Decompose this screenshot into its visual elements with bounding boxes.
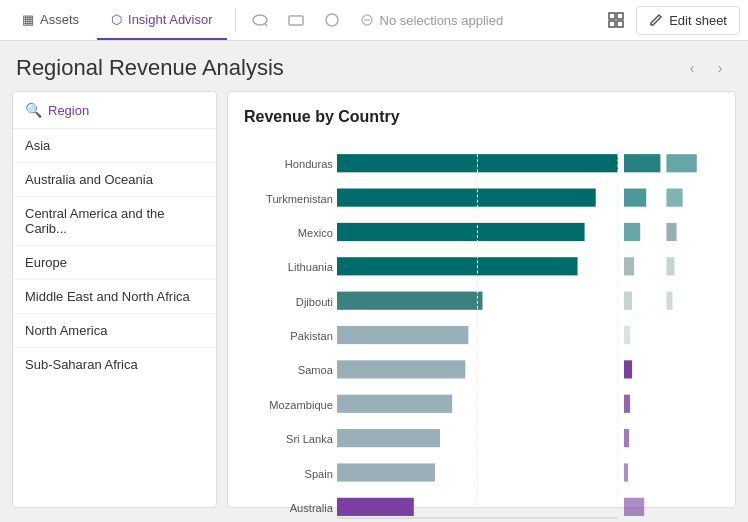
svg-rect-8 (609, 21, 615, 27)
svg-text:Lithuania: Lithuania (288, 261, 334, 273)
filter-item-north-america[interactable]: North America (13, 314, 216, 348)
svg-text:Samoa: Samoa (298, 364, 334, 376)
svg-rect-31 (337, 326, 468, 344)
no-selections-indicator: No selections applied (352, 13, 512, 28)
svg-rect-47 (337, 498, 414, 516)
svg-rect-23 (337, 257, 578, 275)
chart-panel: Revenue by Country Honduras Turkmenistan… (227, 91, 736, 508)
svg-text:Honduras: Honduras (285, 158, 334, 170)
svg-rect-13 (666, 154, 696, 172)
topbar-right: Edit sheet (600, 4, 740, 36)
svg-rect-38 (337, 395, 452, 413)
chart-svg: Honduras Turkmenistan Mexico Lithuania (244, 140, 719, 522)
tab-insight-advisor[interactable]: ⬡ Insight Advisor (97, 0, 227, 40)
svg-text:Mozambique: Mozambique (269, 399, 333, 411)
svg-rect-44 (337, 463, 435, 481)
filter-panel: 🔍 Region Asia Australia and Oceania Cent… (12, 91, 217, 508)
chart-title: Revenue by Country (244, 108, 719, 126)
filter-item-australia[interactable]: Australia and Oceania (13, 163, 216, 197)
svg-rect-39 (624, 395, 630, 413)
main-content: 🔍 Region Asia Australia and Oceania Cent… (0, 91, 748, 520)
nav-next-button[interactable]: › (708, 56, 732, 80)
svg-rect-36 (624, 360, 632, 378)
svg-rect-20 (624, 223, 640, 241)
svg-line-1 (265, 23, 267, 26)
svg-text:Sri Lanka: Sri Lanka (286, 433, 334, 445)
filter-item-sub-saharan[interactable]: Sub-Saharan Africa (13, 348, 216, 381)
edit-sheet-button[interactable]: Edit sheet (636, 6, 740, 35)
svg-rect-42 (624, 429, 629, 447)
assets-icon: ▦ (22, 12, 34, 27)
svg-rect-9 (617, 21, 623, 27)
insight-advisor-tab-label: Insight Advisor (128, 12, 213, 27)
svg-rect-16 (624, 189, 646, 207)
nav-prev-button[interactable]: ‹ (680, 56, 704, 80)
filter-item-central-america[interactable]: Central America and the Carib... (13, 197, 216, 246)
no-selections-label: No selections applied (380, 13, 504, 28)
chart-svg-wrapper: Honduras Turkmenistan Mexico Lithuania (244, 140, 719, 522)
svg-rect-29 (666, 292, 672, 310)
svg-point-3 (326, 14, 338, 26)
svg-rect-28 (624, 292, 632, 310)
svg-text:Djibouti: Djibouti (296, 296, 333, 308)
svg-text:Spain: Spain (305, 468, 333, 480)
divider (235, 8, 236, 32)
svg-rect-21 (666, 223, 676, 241)
svg-rect-19 (337, 223, 585, 241)
svg-rect-48 (624, 498, 644, 516)
svg-text:Australia: Australia (290, 502, 334, 514)
circle-select-button[interactable] (316, 4, 348, 36)
rectangle-select-button[interactable] (280, 4, 312, 36)
svg-rect-2 (289, 16, 303, 25)
filter-item-asia[interactable]: Asia (13, 129, 216, 163)
filter-header: 🔍 Region (13, 92, 216, 129)
insight-advisor-icon: ⬡ (111, 12, 122, 27)
svg-text:Mexico: Mexico (298, 227, 333, 239)
svg-rect-34 (337, 360, 465, 378)
lasso-select-button[interactable] (244, 4, 276, 36)
svg-text:Turkmenistan: Turkmenistan (266, 193, 333, 205)
filter-field-label: Region (48, 103, 89, 118)
svg-rect-24 (624, 257, 634, 275)
svg-rect-41 (337, 429, 440, 447)
topbar: ▦ Assets ⬡ Insight Advisor No selections… (0, 0, 748, 41)
svg-rect-12 (624, 154, 660, 172)
nav-arrows: ‹ › (680, 56, 732, 80)
svg-rect-32 (624, 326, 630, 344)
edit-sheet-label: Edit sheet (669, 13, 727, 28)
page-header: Regional Revenue Analysis ‹ › (0, 41, 748, 91)
svg-rect-27 (337, 292, 483, 310)
grid-icon-button[interactable] (600, 4, 632, 36)
svg-rect-7 (617, 13, 623, 19)
svg-rect-15 (337, 189, 596, 207)
svg-rect-6 (609, 13, 615, 19)
filter-item-europe[interactable]: Europe (13, 246, 216, 280)
page-title: Regional Revenue Analysis (16, 55, 284, 81)
svg-rect-25 (666, 257, 674, 275)
search-icon: 🔍 (25, 102, 42, 118)
assets-tab-label: Assets (40, 12, 79, 27)
tab-assets[interactable]: ▦ Assets (8, 0, 93, 40)
svg-text:Pakistan: Pakistan (290, 330, 333, 342)
svg-rect-45 (624, 463, 628, 481)
svg-rect-17 (666, 189, 682, 207)
filter-item-middle-east[interactable]: Middle East and North Africa (13, 280, 216, 314)
